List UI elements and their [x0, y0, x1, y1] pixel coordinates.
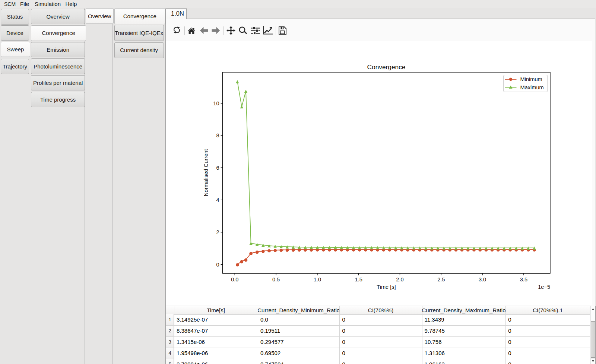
svg-text:3.5: 3.5: [520, 277, 527, 282]
svg-text:1.0: 1.0: [314, 277, 321, 282]
svg-text:1e−5: 1e−5: [538, 284, 550, 290]
svg-text:1.5: 1.5: [355, 277, 362, 282]
svg-text:10: 10: [213, 100, 219, 106]
svg-text:Time [s]: Time [s]: [377, 284, 396, 290]
svg-text:2.0: 2.0: [396, 277, 403, 282]
svg-text:8: 8: [216, 132, 219, 138]
svg-text:Convergence: Convergence: [367, 63, 406, 71]
svg-text:Maximum: Maximum: [520, 84, 544, 90]
svg-text:0: 0: [216, 262, 219, 268]
svg-text:Minimum: Minimum: [520, 76, 542, 82]
svg-text:2.5: 2.5: [437, 277, 445, 282]
svg-text:Normalised Current: Normalised Current: [203, 149, 209, 197]
svg-text:0.0: 0.0: [231, 277, 238, 282]
svg-text:6: 6: [216, 165, 219, 171]
svg-text:3.0: 3.0: [479, 277, 486, 282]
svg-text:0.5: 0.5: [272, 277, 280, 282]
svg-text:4: 4: [216, 197, 219, 203]
svg-text:2: 2: [216, 229, 219, 235]
